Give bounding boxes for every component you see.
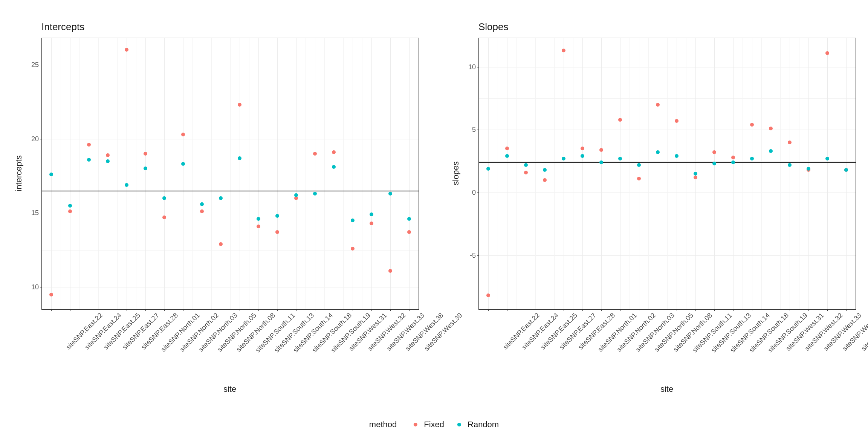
data-point-fixed [562,49,565,52]
data-point-fixed [825,51,829,55]
x-tick-mark [371,309,372,311]
data-point-fixed [388,269,392,273]
data-point-fixed [351,247,355,251]
data-point-random [675,154,679,158]
data-point-fixed [257,225,260,228]
data-point-random [712,162,716,165]
data-point-random [294,193,298,197]
x-tick-mark [164,309,165,311]
legend-dot-fixed [414,423,417,426]
data-point-random [351,219,355,222]
data-point-fixed [712,150,716,154]
legend-dot-random [457,423,461,426]
x-tick-mark [601,309,602,311]
data-point-fixed [618,118,622,122]
data-point-random [486,167,490,171]
gridline-v-minor [667,38,668,309]
gridline-v [89,38,89,309]
legend: method Fixed Random [369,420,499,429]
data-point-random [257,217,260,221]
x-tick-mark [240,309,240,311]
gridline-v-minor [592,38,592,309]
gridline-v [258,38,259,309]
y-tick-label: 25 [31,61,42,69]
data-point-random [769,149,773,153]
data-point-fixed [181,133,185,136]
x-tick-mark [808,309,809,311]
gridline-v [846,38,847,309]
reference-hline [479,162,856,163]
data-point-fixed [313,152,317,156]
gridline-v-minor [193,38,193,309]
x-tick-mark [315,309,315,311]
gridline-v-minor [554,38,555,309]
data-point-random [844,168,848,172]
x-tick-mark [353,309,353,311]
data-point-fixed [144,152,147,156]
x-tick-mark [677,309,677,311]
data-point-random [543,168,547,172]
data-point-fixed [524,171,528,174]
y-tick-label: 5 [472,126,479,134]
x-tick-mark [526,309,526,311]
x-tick-mark [695,309,696,311]
data-point-fixed [694,176,697,179]
gridline-v [714,38,715,309]
data-point-random [750,157,754,160]
gridline-v-minor [498,38,498,309]
data-point-fixed [162,215,166,219]
x-tick-mark [771,309,771,311]
gridline-v-minor [837,38,837,309]
data-point-fixed [656,103,660,107]
gridline-v [70,38,70,309]
x-tick-mark [221,309,221,311]
legend-label: Fixed [424,420,444,429]
gridline-v [545,38,545,309]
x-tick-mark [846,309,847,311]
y-tick-label: 10 [468,63,479,71]
y-tick-label: 0 [472,189,479,197]
x-tick-mark [409,309,410,311]
data-point-random [807,167,810,171]
data-point-fixed [332,150,336,154]
x-tick-mark [296,309,296,311]
x-axis-title: site [223,384,236,394]
data-point-random [618,157,622,160]
data-point-random [599,160,603,164]
gridline-v [164,38,165,309]
y-tick-label: 20 [31,135,42,143]
gridline-v-minor [780,38,781,309]
x-tick-mark [564,309,564,311]
data-point-random [388,192,392,196]
x-tick-mark [733,309,734,311]
legend-title: method [369,420,397,429]
gridline-v [334,38,334,309]
gridline-v [564,38,564,309]
data-point-fixed [543,178,547,182]
data-point-fixed [49,293,53,296]
gridline-v-minor [306,38,306,309]
x-tick-mark [108,309,108,311]
x-tick-mark [582,309,583,311]
data-point-fixed [599,148,603,152]
data-point-fixed [125,48,128,52]
x-tick-mark [390,309,391,311]
gridline-v-minor [611,38,611,309]
gridline-v-minor [249,38,249,309]
gridline-v-minor [362,38,362,309]
x-tick-mark [183,309,183,311]
data-point-fixed [238,103,241,107]
gridline-v [353,38,353,309]
x-tick-mark [277,309,278,311]
gridline-v-minor [686,38,686,309]
gridline-v-minor [79,38,80,309]
gridline-v [221,38,221,309]
data-point-random [788,163,792,167]
gridline-v-minor [648,38,649,309]
x-tick-mark [827,309,828,311]
data-point-fixed [370,222,373,225]
data-point-random [731,160,735,164]
x-tick-mark [258,309,259,311]
data-point-fixed [750,123,754,127]
gridline-v-minor [230,38,231,309]
